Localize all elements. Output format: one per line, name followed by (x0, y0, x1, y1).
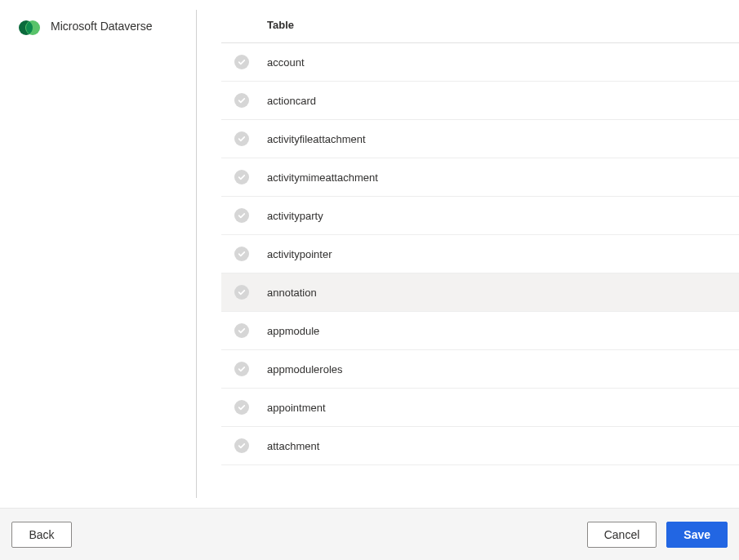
table-name-label: appointment (267, 402, 326, 414)
check-circle-icon[interactable] (234, 362, 249, 376)
cancel-button[interactable]: Cancel (587, 522, 657, 548)
table-row[interactable]: appmoduleroles (221, 350, 739, 389)
table-column-header: Table (221, 8, 739, 43)
table-name-label: attachment (267, 440, 319, 452)
table-header-label: Table (267, 19, 294, 31)
table-name-label: annotation (267, 287, 317, 299)
main-content: Microsoft Dataverse Table accountactionc… (0, 0, 739, 508)
dialog-footer: Back Cancel Save (0, 508, 739, 560)
table-name-label: activityparty (267, 210, 323, 222)
dataverse-icon (18, 16, 41, 39)
table-row[interactable]: activitypointer (221, 235, 739, 273)
table-name-label: appmoduleroles (267, 363, 343, 376)
check-circle-icon[interactable] (234, 55, 249, 69)
table-name-label: activitymimeattachment (267, 171, 378, 184)
table-row[interactable]: actioncard (221, 82, 739, 120)
check-circle-icon[interactable] (234, 170, 249, 184)
check-circle-icon[interactable] (234, 93, 249, 108)
table-row[interactable]: activityfileattachment (221, 120, 739, 158)
table-name-label: activitypointer (267, 248, 332, 260)
check-circle-icon[interactable] (234, 438, 249, 453)
connector-panel: Microsoft Dataverse (0, 0, 196, 508)
check-circle-icon[interactable] (234, 400, 249, 415)
table-name-label: account (267, 56, 305, 69)
check-circle-icon[interactable] (234, 285, 249, 300)
check-circle-icon[interactable] (234, 208, 249, 223)
table-row[interactable]: appmodule (221, 312, 739, 350)
footer-left: Back (11, 522, 72, 548)
table-row[interactable]: appointment (221, 389, 739, 427)
check-circle-icon[interactable] (234, 323, 249, 338)
connector-name: Microsoft Dataverse (51, 16, 152, 33)
table-row[interactable]: activityparty (221, 197, 739, 235)
table-list: accountactioncardactivityfileattachmenta… (221, 43, 739, 465)
check-circle-icon[interactable] (234, 131, 249, 146)
check-circle-icon[interactable] (234, 247, 249, 261)
table-row[interactable]: activitymimeattachment (221, 158, 739, 197)
save-button[interactable]: Save (666, 522, 728, 548)
footer-right: Cancel Save (587, 522, 728, 548)
table-name-label: appmodule (267, 325, 319, 337)
table-name-label: activityfileattachment (267, 133, 366, 145)
back-button[interactable]: Back (11, 522, 72, 548)
table-row[interactable]: annotation (221, 273, 739, 312)
table-row[interactable]: attachment (221, 427, 739, 465)
table-name-label: actioncard (267, 95, 316, 107)
table-row[interactable]: account (221, 43, 739, 82)
table-selection-panel[interactable]: Table accountactioncardactivityfileattac… (197, 0, 739, 508)
